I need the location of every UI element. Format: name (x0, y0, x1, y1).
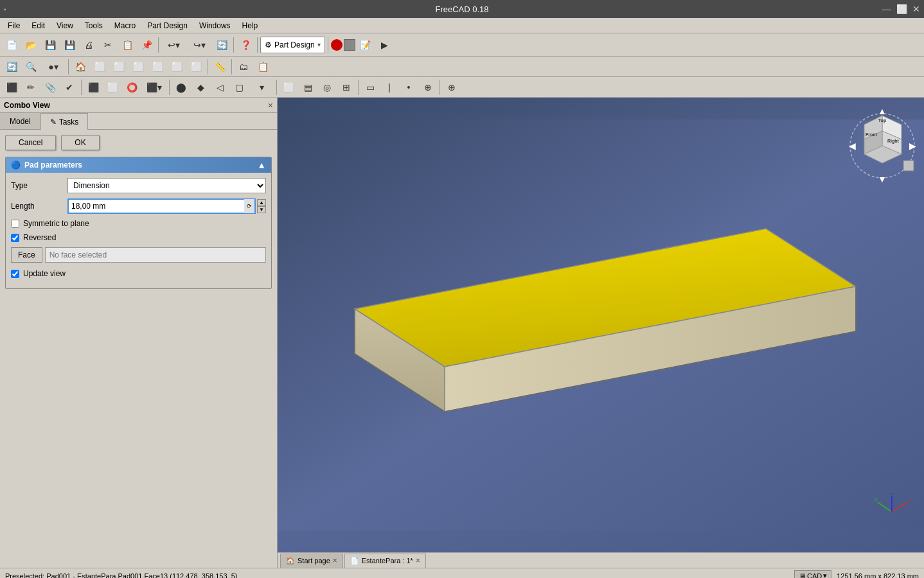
minimize-button[interactable]: — (882, 4, 891, 14)
pd-pocket[interactable]: ⬜ (103, 78, 121, 96)
tab-tasks[interactable]: ✎ Tasks (40, 113, 89, 130)
pd-cs[interactable]: ⊕ (419, 78, 437, 96)
reversed-label[interactable]: Reversed (23, 233, 56, 242)
pd-revolution[interactable]: ⭕ (123, 78, 141, 96)
pd-new-body[interactable]: ⬛ (3, 78, 21, 96)
face-input[interactable] (45, 247, 266, 263)
drag-icon: ▪ (4, 6, 6, 13)
update-view-label[interactable]: Update view (23, 269, 66, 278)
pd-chamfer[interactable]: ◆ (191, 78, 209, 96)
macro-run-button[interactable]: ▶ (376, 36, 394, 54)
left-view-button[interactable]: ⬜ (168, 58, 186, 76)
pad-icon: 🔵 (11, 161, 21, 170)
workbench-dropdown[interactable]: ⚙ Part Design ▾ (260, 37, 325, 53)
close-button[interactable]: ✕ (912, 4, 920, 14)
home-view-button[interactable]: 🏠 (71, 58, 89, 76)
separator4 (328, 37, 328, 53)
nav-cube[interactable]: ▲ ▼ ◀ ▶ Top Front (847, 104, 918, 188)
spinner-up[interactable]: ▲ (257, 199, 266, 206)
pd-point[interactable]: • (400, 78, 418, 96)
pd-close-sketch[interactable]: ✔ (60, 78, 78, 96)
menu-edit[interactable]: Edit (26, 20, 50, 31)
menu-tools[interactable]: Tools (80, 20, 108, 31)
menu-view[interactable]: View (51, 20, 78, 31)
tab-tasks-icon: ✎ (50, 118, 57, 127)
unit-cycle-button[interactable]: ⟳ (244, 199, 254, 213)
model-toggle-button[interactable]: 🗂 (235, 58, 253, 76)
menu-part-design[interactable]: Part Design (142, 20, 193, 31)
macro-stop-button[interactable] (344, 39, 355, 51)
restore-button[interactable]: ⬜ (896, 4, 907, 14)
pd-more-additive[interactable]: ⬛▾ (142, 78, 166, 96)
paste-button[interactable]: 📌 (138, 36, 155, 54)
zoom-fit-button[interactable]: 🔍 (22, 58, 40, 76)
cut-button[interactable]: ✂ (99, 36, 117, 54)
sync-view-button[interactable]: 🔄 (3, 58, 21, 76)
help-button[interactable]: ❓ (236, 36, 254, 54)
symmetric-checkbox[interactable] (11, 220, 19, 228)
refresh-button[interactable]: 🔄 (213, 36, 231, 54)
pd-linear-pattern[interactable]: ▤ (299, 78, 317, 96)
length-input[interactable] (69, 200, 244, 212)
redo-button[interactable]: ↪▾ (187, 36, 211, 54)
measure-button[interactable]: 📏 (211, 58, 229, 76)
vtab-start-page[interactable]: 🏠 Start page × (280, 554, 343, 568)
cad-arrow: ▾ (823, 572, 827, 578)
save-button[interactable]: 💾 (60, 36, 78, 54)
pd-multi-transform[interactable]: ⊞ (337, 78, 355, 96)
vtab-start-label: Start page (298, 557, 330, 565)
right-view-button[interactable]: ⬜ (129, 58, 147, 76)
cad-badge[interactable]: 🖥 CAD ▾ (794, 570, 831, 578)
face-button[interactable]: Face (11, 247, 42, 263)
vtab-estante[interactable]: 📄 EstantePara : 1* × (344, 554, 426, 568)
viewport[interactable]: ▲ ▼ ◀ ▶ Top Front (278, 98, 924, 552)
pd-polar-pattern[interactable]: ◎ (318, 78, 336, 96)
ok-button[interactable]: OK (61, 135, 99, 150)
undo-button[interactable]: ↩▾ (161, 36, 186, 54)
type-label: Type (11, 181, 62, 190)
menu-help[interactable]: Help (237, 20, 263, 31)
draw-style-button[interactable]: ●▾ (41, 58, 66, 76)
combo-view-close[interactable]: × (268, 100, 273, 110)
reversed-checkbox[interactable] (11, 234, 19, 242)
bottom-view-button[interactable]: ⬜ (187, 58, 205, 76)
menu-macro[interactable]: Macro (109, 20, 141, 31)
pd-line[interactable]: | (380, 78, 398, 96)
print-button[interactable]: 🖨 (80, 36, 98, 54)
pd-draft[interactable]: ◁ (211, 78, 229, 96)
collapse-button[interactable]: ▲ (257, 160, 266, 170)
pd-new-sketch[interactable]: ✏ (22, 78, 40, 96)
type-select[interactable]: Dimension Through All To First Up To Fac… (67, 178, 266, 193)
vtab-start-close[interactable]: × (333, 556, 337, 565)
pd-thickness[interactable]: ▢ (230, 78, 248, 96)
macro-edit-button[interactable]: 📝 (357, 36, 375, 54)
open-button[interactable]: 📂 (22, 36, 40, 54)
pd-more-dress[interactable]: ▾ (249, 78, 274, 96)
symmetric-label[interactable]: Symmetric to plane (23, 219, 89, 228)
pd-fillet[interactable]: ⬤ (172, 78, 190, 96)
property-toggle-button[interactable]: 📋 (254, 58, 272, 76)
copy-button[interactable]: 📋 (118, 36, 136, 54)
separator1 (158, 37, 159, 53)
vtab-estante-close[interactable]: × (416, 556, 420, 565)
vsep3 (231, 59, 232, 74)
spinner-down[interactable]: ▼ (257, 206, 266, 213)
menu-file[interactable]: File (3, 20, 25, 31)
front-view-button[interactable]: ⬜ (91, 58, 109, 76)
pd-pad[interactable]: ⬛ (84, 78, 102, 96)
pd-boolean[interactable]: ⊕ (443, 78, 461, 96)
top-view-button[interactable]: ⬜ (110, 58, 128, 76)
cancel-button[interactable]: Cancel (5, 135, 56, 150)
menu-windows[interactable]: Windows (194, 20, 236, 31)
update-view-checkbox[interactable] (11, 270, 19, 278)
macro-record-button[interactable] (331, 39, 342, 51)
pd-attach-sketch[interactable]: 📎 (41, 78, 59, 96)
tab-model[interactable]: Model (0, 113, 40, 129)
pd-plane[interactable]: ▭ (361, 78, 379, 96)
svg-line-24 (878, 502, 892, 512)
pd-mirrored[interactable]: ⬜ (280, 78, 298, 96)
svg-text:Y: Y (874, 496, 878, 503)
new-button[interactable]: 📄 (3, 36, 21, 54)
save-recent-button[interactable]: 💾 (41, 36, 59, 54)
rear-view-button[interactable]: ⬜ (148, 58, 166, 76)
